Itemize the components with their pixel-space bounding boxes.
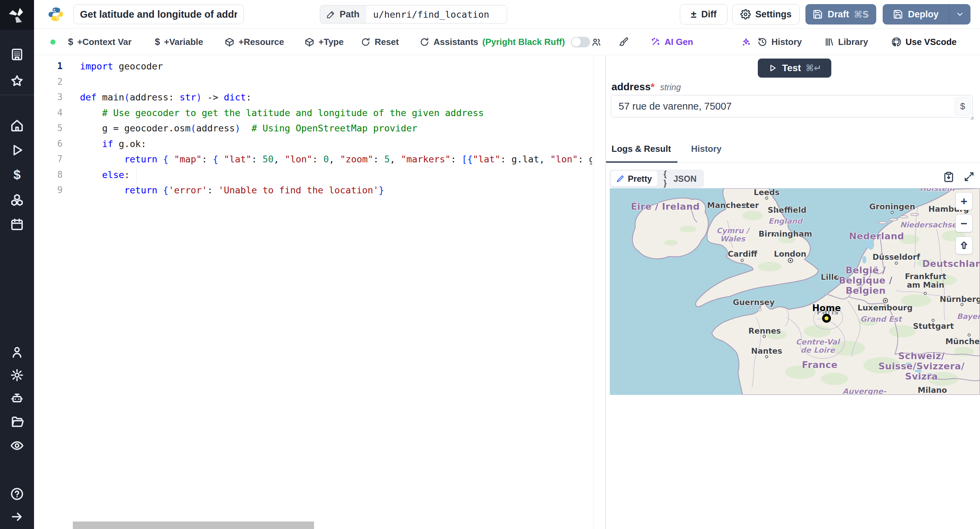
use-vscode-button[interactable]: Use VScode [891,29,956,55]
add-resource-button[interactable]: +Resource [224,29,284,55]
map-label: Luxembourg [858,304,913,312]
code-line[interactable]: g = geocoder.osm(address) # Using OpenSt… [80,121,592,136]
line-number: 6 [34,136,64,152]
sidebar-item-folders[interactable] [9,414,25,430]
reset-label: Reset [375,37,399,47]
test-button[interactable]: Test ⌘↵ [758,59,831,78]
address-input[interactable] [611,95,973,118]
sparkles-icon [741,37,751,47]
play-icon [768,63,777,73]
deploy-dropdown[interactable] [950,10,970,19]
argument-header: address* string [611,81,681,92]
sidebar-item-audit-logs[interactable] [9,438,25,453]
map-label: Nürnberg [940,295,980,304]
arrow-up-icon [959,240,969,250]
sidebar-item-favorites[interactable] [9,73,25,89]
map-zoom-out-button[interactable]: − [956,215,972,232]
star-icon [10,74,24,88]
assistants-button[interactable]: Assistants (Pyright Black Ruff) [420,29,565,55]
result-map[interactable]: Éire / IrelandManchesterLeedsSheffieldEn… [610,188,980,395]
code-line[interactable]: # Use geocoder to get the latitude and l… [80,105,592,121]
sidebar-item-expand[interactable] [9,509,25,524]
sidebar-item-user[interactable] [9,344,25,360]
copy-result-icon[interactable] [943,171,955,182]
deploy-main[interactable]: Deploy [883,9,949,20]
code-line[interactable]: else: [80,167,592,183]
save-icon [893,9,903,19]
map-recenter-button[interactable] [956,237,972,254]
add-variable-button[interactable]: $ +Variable [155,29,203,55]
test-shortcut: ⌘↵ [806,63,821,73]
sidebar-item-schedules[interactable] [9,217,25,232]
expand-icon[interactable] [963,171,975,182]
code-line[interactable]: def main(address: str) -> dict: [80,89,592,105]
add-type-button[interactable]: +Type [305,29,344,55]
ai-suggest-button[interactable] [741,29,751,55]
horizontal-scrollbar[interactable] [73,521,314,529]
library-button[interactable]: Library [824,29,868,55]
map-zoom-in-button[interactable]: + [956,192,972,210]
settings-button[interactable]: Settings [732,4,800,24]
editor-toolbar: $ +Context Var $ +Variable +Resource +Ty… [34,29,980,55]
deploy-button[interactable]: Deploy [883,4,970,24]
map-label: Cymru /Wales [716,227,749,243]
history-button[interactable]: History [757,29,802,55]
path-label: Path [340,9,360,20]
sidebar-item-resources[interactable] [9,192,25,208]
code-token [80,139,102,149]
view-pretty-button[interactable]: Pretty [611,171,657,186]
code-line[interactable]: return { "map": { "lat": 50, "lon": 0, "… [80,151,592,167]
add-context-var-button[interactable]: $ +Context Var [68,29,132,55]
map-city-dot [765,355,768,359]
line-number: 2 [34,74,64,90]
sidebar-item-variables[interactable]: $ [9,167,25,182]
package-icon [305,37,314,47]
ai-gen-button[interactable]: AI Gen [651,29,693,55]
home-icon [10,119,24,132]
view-json-button[interactable]: { } JSON [657,169,703,188]
map-label: Bayern [957,312,980,321]
code-line[interactable]: import geocoder [80,59,592,74]
add-type-label: +Type [318,37,344,47]
sidebar-item-workers[interactable] [9,390,25,406]
sidebar-item-help[interactable] [9,486,25,502]
calendar-icon [10,218,24,231]
github-icon [891,37,901,47]
magic-wand-icon [651,37,660,47]
sidebar-item-runs[interactable] [9,142,25,158]
map-label: Düsseldorf [872,253,920,261]
map-home-marker[interactable] [822,314,831,323]
line-number: 4 [34,105,64,121]
tab-history[interactable]: History [691,143,722,154]
code-line[interactable] [80,74,592,90]
insert-variable-button[interactable]: $ [955,97,970,115]
map-label: Sheffield [768,206,807,215]
script-title-input[interactable] [73,5,243,24]
draft-button[interactable]: Draft ⌘S [805,4,876,24]
editor-code[interactable]: import geocoderdef main(address: str) ->… [80,59,592,198]
diff-mode-toggle[interactable] [571,37,590,47]
resize-handle-icon[interactable] [969,115,974,120]
reset-button[interactable]: Reset [361,29,399,55]
status-dot [50,40,56,45]
add-context-var-label: +Context Var [77,37,132,47]
sidebar-item-home[interactable] [9,118,25,134]
sidebar-item-workspace[interactable] [9,47,25,62]
code-token: : [124,169,130,180]
windmill-logo[interactable] [0,0,34,30]
code-line[interactable]: if g.ok: [80,136,592,152]
use-vscode-label: Use VScode [905,37,956,47]
format-button[interactable] [619,29,628,55]
code-editor[interactable]: 123456789 import geocoderdef main(addres… [34,55,593,529]
code-token: def [80,92,97,102]
diff-button[interactable]: ± Diff [680,4,727,24]
tab-logs-result[interactable]: Logs & Result [611,143,671,154]
multiplayer-button[interactable] [592,29,601,55]
path-chip[interactable]: Path u/henri/find_location [320,5,507,24]
code-token: , [274,154,285,164]
code-line[interactable]: return {'error': 'Unable to find the loc… [80,182,592,198]
sidebar-item-settings[interactable] [9,367,25,383]
code-token: address: [130,92,179,102]
map-label: Frankfurtam Main [905,272,946,289]
robot-icon [10,392,24,405]
